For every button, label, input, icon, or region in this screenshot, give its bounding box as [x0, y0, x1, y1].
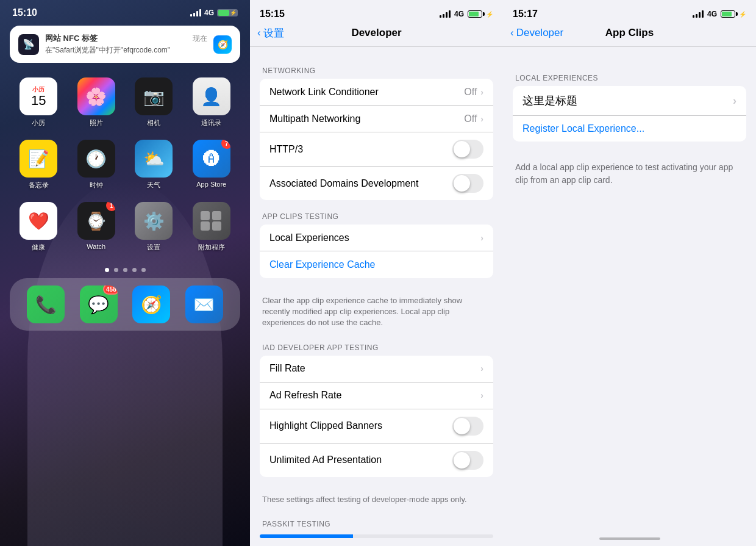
ad-refresh-rate-row[interactable]: Ad Refresh Rate › [260, 383, 493, 409]
register-link-row[interactable]: Register Local Experience... [513, 115, 746, 142]
home-battery-icon: ⚡ [217, 9, 238, 16]
app-label-weather: 天气 [147, 181, 160, 190]
developer-panel: 15:15 4G ⚡ ‹ 设置 Developer N [250, 0, 503, 546]
ad-refresh-rate-label: Ad Refresh Rate [269, 390, 341, 401]
highlight-clipped-banners-toggle[interactable] [452, 417, 483, 436]
app-label-settings: 设置 [147, 243, 160, 252]
developer-battery-icon: ⚡ [468, 10, 493, 18]
app-calendar[interactable]: 小历 15 小历 [12, 77, 65, 128]
clear-cache-description: Clear the app clip experience cache to i… [250, 290, 503, 339]
network-link-conditioner-row[interactable]: Network Link Conditioner Off › [260, 79, 493, 106]
multipath-networking-row[interactable]: Multipath Networking Off › [260, 106, 493, 132]
app-contacts[interactable]: 👤 通讯录 [185, 77, 238, 128]
unlimited-ad-toggle[interactable] [452, 451, 483, 470]
iad-header: IAD DEVELOPER APP TESTING [250, 343, 503, 356]
app-label-camera: 相机 [147, 118, 160, 128]
chevron-icon: › [480, 87, 483, 97]
messages-badge: 458 [103, 286, 118, 295]
app-settings[interactable]: ⚙️ 设置 [127, 202, 180, 252]
developer-back-button[interactable]: ‹ 设置 [257, 26, 284, 40]
appclips-panel: 15:17 4G ⚡ ‹ Developer App Clips [503, 0, 756, 546]
app-grid-row3: ❤️ 健康 ⌚ 1 Watch ⚙️ 设置 附加程序 [0, 192, 250, 262]
nfc-timestamp: 现在 [193, 34, 207, 44]
fill-rate-label: Fill Rate [269, 363, 305, 374]
network-link-conditioner-label: Network Link Conditioner [269, 87, 379, 98]
associated-domains-toggle[interactable] [452, 174, 483, 193]
appclips-signal-icon [693, 10, 704, 18]
associated-domains-label: Associated Domains Development [269, 178, 419, 189]
developer-title: Developer [351, 27, 401, 39]
nfc-title: 网站 NFC 标签 [45, 33, 98, 44]
watch-badge: 1 [106, 202, 115, 211]
developer-content: NETWORKING Network Link Conditioner Off … [250, 47, 503, 546]
nfc-safari-icon: 🧭 [213, 35, 232, 54]
appclips-title: App Clips [605, 27, 654, 39]
developer-nav-bar: ‹ 设置 Developer [250, 24, 503, 47]
iad-description: These settings affect testing of develop… [250, 489, 503, 515]
dock-phone[interactable]: 📞 [27, 286, 65, 323]
developer-signal-icon [440, 10, 451, 18]
dock-messages[interactable]: 💬 458 [80, 286, 118, 323]
app-label-health: 健康 [32, 243, 45, 252]
appclips-back-button[interactable]: ‹ Developer [510, 27, 563, 39]
networking-group: Network Link Conditioner Off › Multipath… [260, 79, 493, 200]
app-clock[interactable]: 🕐 时钟 [70, 140, 123, 190]
app-camera[interactable]: 📷 相机 [127, 77, 180, 128]
app-label-notes: 备忘录 [29, 181, 49, 190]
appclips-battery-icon: ⚡ [721, 10, 746, 18]
http3-row[interactable]: HTTP/3 [260, 132, 493, 167]
dock-safari[interactable]: 🧭 [132, 286, 170, 323]
local-experience-title-row[interactable]: 这里是标题 › [513, 86, 746, 115]
app-extras[interactable]: 附加程序 [185, 202, 238, 252]
local-experiences-group: 这里是标题 › Register Local Experience... [513, 86, 746, 142]
local-experience-title: 这里是标题 [522, 93, 577, 108]
fill-rate-row[interactable]: Fill Rate › [260, 356, 493, 383]
developer-carrier: 4G [454, 10, 464, 18]
unlimited-ad-row[interactable]: Unlimited Ad Presentation [260, 444, 493, 477]
app-watch[interactable]: ⌚ 1 Watch [70, 202, 123, 252]
appclips-nav-bar: ‹ Developer App Clips [503, 24, 756, 47]
http3-toggle[interactable] [452, 140, 483, 159]
appstore-badge: 7 [221, 140, 230, 149]
multipath-networking-value: Off [464, 113, 477, 124]
passkit-scroll-bar [260, 534, 493, 538]
clear-cache-button[interactable]: Clear Experience Cache [269, 259, 375, 270]
fill-rate-chevron: › [480, 364, 483, 373]
home-time: 15:10 [12, 7, 37, 18]
highlight-clipped-banners-row[interactable]: Highlight Clipped Banners [260, 409, 493, 444]
app-label-watch: Watch [87, 243, 105, 250]
http3-label: HTTP/3 [269, 144, 303, 155]
developer-status-bar: 15:15 4G ⚡ [250, 0, 503, 24]
app-grid-row2: 📝 备忘录 🕐 时钟 ⛅ 天气 🅐 7 App Store [0, 130, 250, 199]
appclips-time: 15:17 [513, 9, 538, 20]
register-link[interactable]: Register Local Experience... [513, 115, 746, 142]
highlight-clipped-banners-label: Highlight Clipped Banners [269, 420, 382, 431]
app-grid-row1: 小历 15 小历 🌸 照片 📷 相机 👤 通讯录 [0, 68, 250, 137]
clear-cache-row[interactable]: Clear Experience Cache [260, 251, 493, 278]
local-experiences-row[interactable]: Local Experiences › [260, 225, 493, 251]
passkit-header: PASSKIT TESTING [250, 520, 503, 532]
app-health[interactable]: ❤️ 健康 [12, 202, 65, 252]
appclips-content: LOCAL EXPERIENCES 这里是标题 › Register Local… [503, 47, 756, 534]
app-clips-header: APP CLIPS TESTING [250, 212, 503, 225]
app-notes[interactable]: 📝 备忘录 [12, 140, 65, 190]
page-dots [0, 268, 250, 272]
page-dot-2 [123, 268, 127, 272]
developer-time: 15:15 [260, 9, 285, 20]
app-appstore[interactable]: 🅐 7 App Store [185, 140, 238, 190]
app-label-clock: 时钟 [90, 181, 103, 190]
page-dot-4 [141, 268, 146, 272]
signal-icon [190, 9, 201, 16]
iad-group: Fill Rate › Ad Refresh Rate › Highlight … [260, 356, 493, 477]
local-experience-chevron: › [733, 95, 736, 107]
app-photos[interactable]: 🌸 照片 [70, 77, 123, 128]
multipath-networking-label: Multipath Networking [269, 113, 360, 124]
associated-domains-row[interactable]: Associated Domains Development [260, 167, 493, 200]
app-label-contacts: 通讯录 [201, 118, 221, 128]
home-status-bar: 15:10 4G ⚡ [0, 0, 250, 21]
network-link-conditioner-value: Off [464, 87, 477, 98]
appclips-description: Add a local app clip experience to test … [503, 154, 756, 194]
dock-mail[interactable]: ✉️ [185, 286, 223, 323]
app-weather[interactable]: ⛅ 天气 [127, 140, 180, 190]
nfc-notification[interactable]: 📡 网站 NFC 标签 现在 在"Safari浏览器"中打开"efqrcode.… [10, 26, 240, 63]
